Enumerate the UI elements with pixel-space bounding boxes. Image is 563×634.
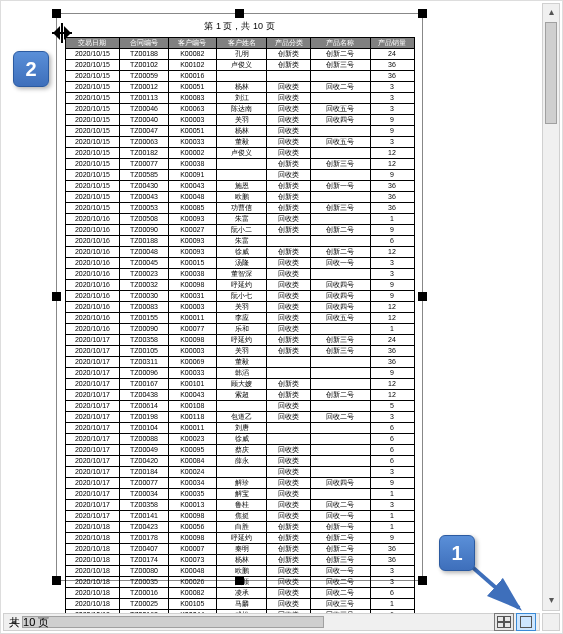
resize-handle-tl[interactable]	[52, 9, 61, 18]
table-cell: 回收类	[267, 588, 311, 599]
table-cell: TZ00358	[120, 500, 168, 511]
vscroll-thumb[interactable]	[545, 22, 557, 124]
table-cell	[267, 357, 311, 368]
table-cell: 2020/10/16	[65, 247, 120, 258]
table-row: 2020/10/15TZ00040K00003关羽回收类回收四号9	[65, 115, 414, 126]
table-header-cell: 产品名称	[311, 38, 370, 49]
table-cell: 12	[370, 148, 414, 159]
table-row: 2020/10/17TZ00034K00035解宝回收类1	[65, 489, 414, 500]
table-header-cell: 客户编号	[168, 38, 216, 49]
table-cell: 创新类	[267, 379, 311, 390]
table-cell: TZ00025	[120, 599, 168, 610]
table-cell: 关羽	[216, 302, 266, 313]
table-cell: 回收类	[267, 137, 311, 148]
preview-canvas[interactable]: 第 1 页，共 10 页 交易日期合同编号客户编号客户姓名产品分类产品名称产品销…	[3, 3, 540, 611]
table-cell: 2020/10/17	[65, 390, 120, 401]
table-cell: 解珍	[216, 478, 266, 489]
table-cell: K00085	[168, 203, 216, 214]
table-cell: TZ00096	[120, 368, 168, 379]
table-cell: 创新类	[267, 60, 311, 71]
resize-handle-bm[interactable]	[235, 576, 244, 585]
table-cell	[311, 148, 370, 159]
table-cell: 乐和	[216, 324, 266, 335]
table-cell: 12	[370, 247, 414, 258]
table-cell: K00007	[168, 544, 216, 555]
table-cell: 创新三号	[311, 346, 370, 357]
table-cell: 焦挺	[216, 511, 266, 522]
table-cell: 马麟	[216, 599, 266, 610]
vertical-scrollbar[interactable]: ▴ ▾	[542, 3, 560, 611]
table-row: 2020/10/17TZ00420K00084薛永回收类6	[65, 456, 414, 467]
table-cell: 9	[370, 126, 414, 137]
table-cell: K00102	[168, 60, 216, 71]
table-cell: 36	[370, 71, 414, 82]
table-cell: 12	[370, 159, 414, 170]
hscroll-track[interactable]	[22, 614, 521, 630]
table-cell	[311, 214, 370, 225]
resize-handle-tm[interactable]	[235, 9, 244, 18]
table-cell: K00082	[168, 588, 216, 599]
table-cell: 2020/10/17	[65, 467, 120, 478]
table-cell: 蔡庆	[216, 445, 266, 456]
table-cell: 1	[370, 214, 414, 225]
table-row: 2020/10/17TZ00614K00108回收类5	[65, 401, 414, 412]
table-cell: 回收二号	[311, 500, 370, 511]
table-cell	[267, 71, 311, 82]
table-cell: 回收二号	[311, 577, 370, 588]
table-cell: 创新二号	[311, 247, 370, 258]
table-row: 2020/10/15TZ00047K00051杨林回收类9	[65, 126, 414, 137]
single-page-view-button[interactable]	[516, 613, 536, 631]
table-row: 2020/10/18TZ00423K00056白胜创新类创新一号1	[65, 522, 414, 533]
table-cell: 9	[370, 291, 414, 302]
table-row: 2020/10/16TZ00030K00031阮小七回收类回收四号9	[65, 291, 414, 302]
table-cell: 创新类	[267, 159, 311, 170]
table-cell: 2020/10/18	[65, 577, 120, 588]
vscroll-track[interactable]	[543, 22, 559, 592]
table-row: 2020/10/15TZ00053K00085功曹信创新类创新三号36	[65, 203, 414, 214]
table-cell: K00093	[168, 247, 216, 258]
resize-handle-br[interactable]	[418, 576, 427, 585]
table-cell: TZ00048	[120, 247, 168, 258]
multi-page-view-button[interactable]	[494, 613, 514, 631]
table-cell: 孔明	[216, 49, 266, 60]
table-cell: 6	[370, 423, 414, 434]
resize-handle-mr[interactable]	[418, 292, 427, 301]
table-cell: 回收类	[267, 269, 311, 280]
table-cell: 包道乙	[216, 412, 266, 423]
table-cell	[267, 434, 311, 445]
table-cell: 12	[370, 302, 414, 313]
table-cell: TZ00141	[120, 511, 168, 522]
table-row: 2020/10/15TZ00113K00083刘江回收类3	[65, 93, 414, 104]
horizontal-scrollbar[interactable]: ◂ ▸	[3, 613, 540, 631]
hscroll-thumb[interactable]	[22, 616, 324, 628]
table-row: 2020/10/17TZ00358K00098呼延灼创新类创新三号24	[65, 335, 414, 346]
table-cell: 回收五号	[311, 137, 370, 148]
table-cell: TZ00040	[120, 115, 168, 126]
resize-handle-tr[interactable]	[418, 9, 427, 18]
table-cell: 24	[370, 335, 414, 346]
table-cell	[311, 269, 370, 280]
table-cell: 顾大嫂	[216, 379, 266, 390]
table-row: 2020/10/15TZ00063K00033董毅回收类回收五号3	[65, 137, 414, 148]
table-cell: 创新类	[267, 346, 311, 357]
table-cell: 创新类	[267, 181, 311, 192]
resize-handle-ml[interactable]	[52, 292, 61, 301]
report-page[interactable]: 第 1 页，共 10 页 交易日期合同编号客户编号客户姓名产品分类产品名称产品销…	[56, 13, 423, 581]
table-cell: 9	[370, 225, 414, 236]
table-cell: K00073	[168, 555, 216, 566]
table-row: 2020/10/17TZ00077K00034解珍回收类回收四号9	[65, 478, 414, 489]
table-cell: TZ00046	[120, 104, 168, 115]
table-cell: 3	[370, 577, 414, 588]
scroll-up-arrow-icon[interactable]: ▴	[543, 4, 559, 22]
table-row: 2020/10/17TZ00438K00043索超创新类创新二号12	[65, 390, 414, 401]
table-cell: 回收类	[267, 456, 311, 467]
table-cell: K00091	[168, 170, 216, 181]
table-cell: K00043	[168, 390, 216, 401]
table-cell	[267, 236, 311, 247]
table-cell: 回收五号	[311, 313, 370, 324]
table-cell: TZ00012	[120, 82, 168, 93]
table-cell: 创新二号	[311, 544, 370, 555]
table-cell: 2020/10/17	[65, 511, 120, 522]
resize-handle-bl[interactable]	[52, 576, 61, 585]
scroll-down-arrow-icon[interactable]: ▾	[543, 592, 559, 610]
